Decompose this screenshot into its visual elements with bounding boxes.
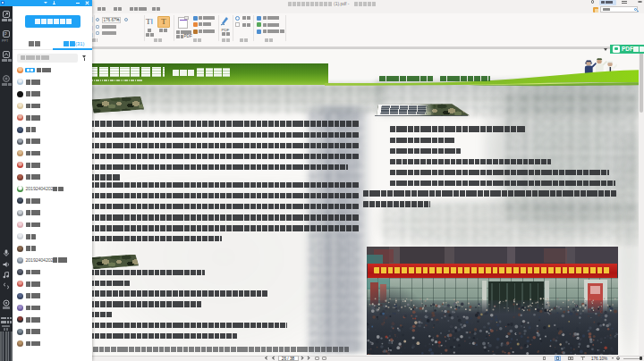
svg-text:P: P [4, 31, 8, 37]
